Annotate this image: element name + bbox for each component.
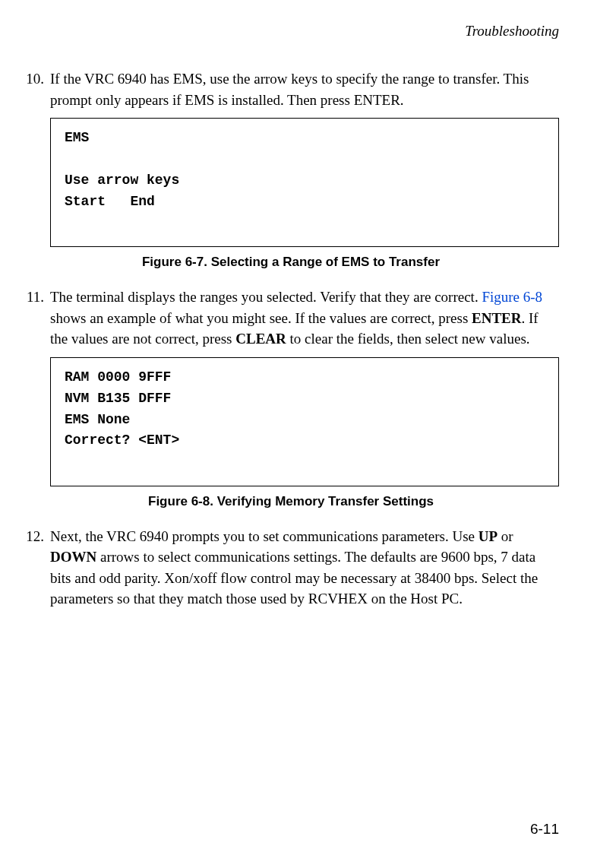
text-run: Next, the VRC 6940 prompts you to set co…: [50, 528, 479, 544]
text-run: arrows to select communications settings…: [50, 549, 538, 607]
text-run: shows an example of what you might see. …: [50, 310, 472, 326]
page: Troubleshooting 10. If the VRC 6940 has …: [0, 0, 597, 868]
text-run: or: [498, 528, 513, 544]
step-11: 11. The terminal displays the ranges you…: [23, 287, 559, 350]
text-run: The terminal displays the ranges you sel…: [50, 289, 482, 305]
figure-caption-6-8: Figure 6-8. Verifying Memory Transfer Se…: [23, 494, 559, 509]
terminal-box-ems: EMS Use arrow keys Start End: [50, 118, 559, 247]
step-10: 10. If the VRC 6940 has EMS, use the arr…: [23, 68, 559, 110]
step-number: 11.: [23, 287, 44, 350]
terminal-box-wrap: EMS Use arrow keys Start End: [50, 118, 559, 247]
terminal-box-wrap: RAM 0000 9FFF NVM B135 DFFF EMS None Cor…: [50, 357, 559, 486]
step-text: The terminal displays the ranges you sel…: [50, 287, 559, 350]
figure-caption-6-7: Figure 6-7. Selecting a Range of EMS to …: [23, 255, 559, 270]
step-12: 12. Next, the VRC 6940 prompts you to se…: [23, 526, 559, 610]
text-run: to clear the fields, then select new val…: [286, 331, 530, 347]
step-number: 10.: [23, 68, 44, 110]
step-text: If the VRC 6940 has EMS, use the arrow k…: [50, 68, 559, 110]
figure-link[interactable]: Figure 6-8: [482, 289, 542, 305]
step-number: 12.: [23, 526, 44, 610]
page-number: 6-11: [530, 821, 559, 838]
step-text: Next, the VRC 6940 prompts you to set co…: [50, 526, 559, 610]
bold-clear: CLEAR: [235, 331, 286, 347]
bold-up: UP: [479, 528, 498, 544]
terminal-box-verify: RAM 0000 9FFF NVM B135 DFFF EMS None Cor…: [50, 357, 559, 486]
running-header: Troubleshooting: [23, 23, 559, 40]
bold-enter: ENTER: [472, 310, 521, 326]
bold-down: DOWN: [50, 549, 96, 565]
